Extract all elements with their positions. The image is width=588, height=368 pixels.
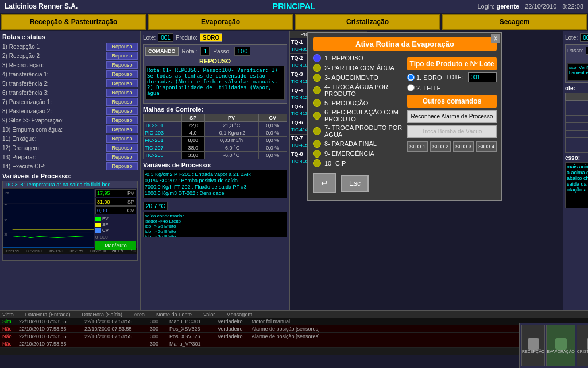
status-btn[interactable]: Repouso <box>106 52 138 60</box>
evap-produto-val: SORO <box>200 33 222 42</box>
right-panel: Lote: 001 Produto: SORO Passo: 100 REPOU… <box>563 31 588 310</box>
cv-label: CV <box>127 208 134 213</box>
modal-item-8: 8- PARADA FINAL <box>313 140 403 148</box>
log-row-3: Não 22/10/2010 07:53:55 22/10/2010 07:53… <box>0 333 588 340</box>
mid-panel: Lote: 001 Produto: SORO COMANDO Rota : 1… <box>141 31 290 310</box>
route-item: 5) transferência 2: Repouso <box>2 79 138 87</box>
route-item: 10) Empurra com água: Repouso <box>2 125 138 133</box>
modal-item-1: 1- REPOUSO <box>313 54 403 62</box>
comando-box: COMANDO Rota : 1 Passo: 100 REPOUSO Rota… <box>143 44 287 103</box>
sp-value: 31,00 <box>97 199 110 205</box>
secagem-repouso: REPOUSO <box>567 56 588 62</box>
route-item: 2) Recepção 2 Repouso <box>2 52 138 60</box>
bottom-log: Visto DataHora (Entrada) DataHora (Saída… <box>0 310 588 355</box>
route-item: 8) Pasteurização 2: Repouso <box>2 107 138 115</box>
modal-item-4: 4- TROCA ÁGUA POR PRODUTO <box>313 83 403 97</box>
dot-2 <box>313 64 321 72</box>
evap-scroll-list: saída condensador isador ->4o Efeito ído… <box>143 212 287 237</box>
status-btn[interactable]: Repouso <box>106 153 138 161</box>
silo-4-button[interactable]: SILO 4 <box>476 141 497 152</box>
radio-soro[interactable] <box>407 74 415 81</box>
esc-button[interactable]: Esc <box>341 175 369 192</box>
secagem-var-list: mais acima chapa perfurada a acima da ch… <box>565 162 588 208</box>
silo-1-button[interactable]: SILO 1 <box>407 141 428 152</box>
status-btn[interactable]: Repouso <box>106 98 138 106</box>
radio-leite[interactable] <box>407 84 415 91</box>
tipo-leite: 2. LEITE <box>407 84 497 91</box>
svg-text:25: 25 <box>5 233 7 237</box>
secagem-malhas-title: ole: <box>565 85 588 91</box>
ctrl-row-tic207: TIC-207 38,0 -6,0 °C 0,0 % <box>144 144 287 152</box>
dot-10 <box>313 159 321 167</box>
status-btn[interactable]: Repouso <box>106 70 138 78</box>
right-ctrl-row: 20,4 °C 0,0 % <box>566 108 589 116</box>
outros-title: Outros comandos <box>407 95 497 108</box>
icon-recepcao[interactable]: RECEPÇÃO <box>521 325 545 366</box>
comando-label: COMANDO <box>145 47 179 56</box>
repouso-text[interactable]: Rota:01- REPOUSO. Passo:100- Verificar: … <box>145 66 285 100</box>
pv-label: PV <box>127 190 134 196</box>
status-btn[interactable]: Repouso <box>106 125 138 133</box>
malhas-title: Malhas de Controle: <box>143 106 287 113</box>
pv-value: 17,95 <box>97 190 110 196</box>
tipo-title: Tipo de Produto e Nº Lote <box>407 57 497 70</box>
section-tabs: Recepção & Pasteurização Evaporação Cris… <box>0 13 588 31</box>
status-btn[interactable]: Repouso <box>106 116 138 124</box>
modal-item-9: 9- EMERGÊNCIA <box>313 150 403 158</box>
sp-label: SP <box>127 199 134 205</box>
ctrl-row-tic208: TIC-208 33,0 -6,0 °C 0,0 % <box>144 152 287 159</box>
dot-8 <box>313 140 321 148</box>
modal-item-6: 6- RECIRCULAÇÃO COM PRODUTO <box>313 109 403 122</box>
route-item: 11) Enxágue: Repouso <box>2 135 138 143</box>
dot-3 <box>313 74 321 82</box>
tab-secagem[interactable]: Secagem <box>442 14 587 30</box>
header-right: Login: gerente 22/10/2010 8:22:08 <box>477 3 583 10</box>
secagem-text: sso: Verificar: 1) bamentos. <box>567 63 588 80</box>
modal-item-3: 3- AQUECIMENTO <box>313 74 403 82</box>
icon-cristalizacao[interactable]: CRISTALIZAÇÃO <box>577 325 588 366</box>
svg-text:100: 100 <box>5 191 9 195</box>
status-btn[interactable]: Repouso <box>106 43 138 51</box>
right-ctrl-row: 0,5 mmca 0,0 % <box>566 145 589 153</box>
principal-title: PRINCIPAL <box>273 2 315 11</box>
log-header: Visto DataHora (Entrada) DataHora (Saída… <box>0 311 588 318</box>
svg-text:50: 50 <box>5 218 7 222</box>
man-auto-button[interactable]: Man/Auto <box>95 241 136 250</box>
silo-2-button[interactable]: SILO 2 <box>430 141 451 152</box>
chart-title: TIC-308: Temperatura ar na saída do flui… <box>3 181 137 188</box>
log-row-1: Sim 22/10/2010 07:53:55 22/10/2010 07:53… <box>0 318 588 325</box>
dot-1 <box>313 54 321 62</box>
status-btn[interactable]: Repouso <box>106 107 138 115</box>
tab-evaporacao[interactable]: Evaporação <box>148 14 293 30</box>
secagem-cmd-box: Passo: 100 REPOUSO sso: Verificar: 1) ba… <box>565 44 588 83</box>
right-ctrl-row: 21,3 °C 0,0 % <box>566 123 589 131</box>
evap-bottom-val: 20,7 °C <box>143 202 168 210</box>
var-proc-title: Variáveis de Processo: <box>143 162 287 168</box>
silo-3-button[interactable]: SILO 3 <box>453 141 474 152</box>
status-btn[interactable]: Repouso <box>106 135 138 143</box>
login-label: Login: gerente <box>477 3 519 10</box>
modal-body: 1- REPOUSO 2- PARTIDA COM ÁGUA 3- AQUECI… <box>313 54 497 195</box>
tab-recepcao[interactable]: Recepção & Pasteurização <box>1 14 146 30</box>
silo-row: SILO 1 SILO 2 SILO 3 SILO 4 <box>407 141 497 152</box>
bottom-icons: RECEPÇÃO EVAPORAÇÃO CRISTALIZAÇÃO SECAGE… <box>519 323 588 368</box>
tab-cristalizacao[interactable]: Cristalização <box>295 14 440 30</box>
status-btn[interactable]: Repouso <box>106 61 138 69</box>
status-btn[interactable]: Repouso <box>106 79 138 87</box>
evap-lote-val: 001 <box>158 33 173 42</box>
secagem-lote-val: 001 <box>580 33 588 42</box>
troca-bomba-button[interactable]: Troca Bomba de Vácuo <box>407 125 497 138</box>
ctrl-row-pic203: PIC-203 4,0 -0,1 Kg/cm2 0,0 % <box>144 129 287 137</box>
lote-input[interactable] <box>468 72 497 82</box>
route-item: 12) Drenagem: Repouso <box>2 144 138 152</box>
reconhece-alarme-button[interactable]: Reconhece Alarme de Processo <box>407 110 497 123</box>
status-btn[interactable]: Repouso <box>106 144 138 152</box>
route-item: 7) Pasteurização 1: Repouso <box>2 98 138 106</box>
icon-evaporacao[interactable]: EVAPORAÇÃO <box>546 325 575 366</box>
enter-button[interactable]: ↵ <box>313 173 336 193</box>
status-btn[interactable]: Repouso <box>106 162 138 170</box>
modal-close-button[interactable]: X <box>491 34 500 43</box>
bottom-icon-row: RECEPÇÃO EVAPORAÇÃO CRISTALIZAÇÃO SECAGE… <box>521 325 586 366</box>
route-item: 6) transferência 3: Repouso <box>2 89 138 97</box>
status-btn[interactable]: Repouso <box>106 89 138 97</box>
